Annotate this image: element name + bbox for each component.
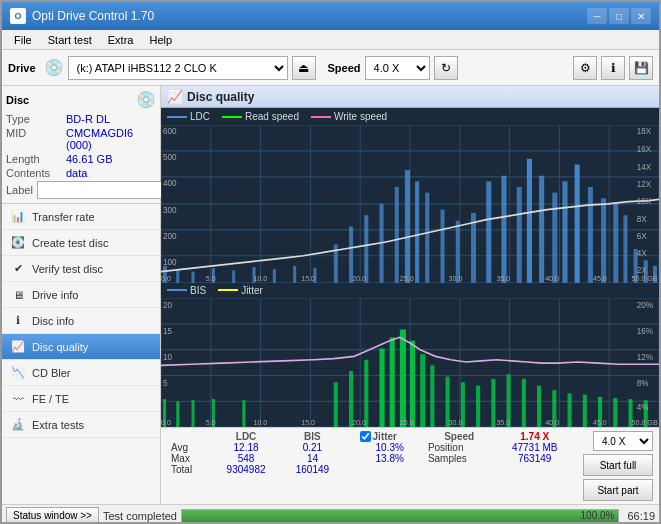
disc-refresh-icon[interactable]: 💿 bbox=[136, 90, 156, 109]
contents-value: data bbox=[66, 167, 87, 179]
legend-jitter: Jitter bbox=[218, 285, 263, 296]
svg-rect-21 bbox=[191, 272, 194, 283]
menu-file[interactable]: File bbox=[6, 32, 40, 48]
svg-rect-23 bbox=[232, 270, 235, 282]
mid-value: CMCMAGDI6 (000) bbox=[66, 127, 156, 151]
label-input[interactable] bbox=[37, 181, 181, 199]
svg-text:35.0: 35.0 bbox=[496, 273, 510, 282]
total-label: Total bbox=[167, 464, 211, 475]
extra-tests-icon: 🔬 bbox=[10, 417, 26, 433]
menu-extra[interactable]: Extra bbox=[100, 32, 142, 48]
sidebar-item-transfer-rate[interactable]: 📊 Transfer rate bbox=[2, 204, 160, 230]
svg-rect-111 bbox=[430, 365, 434, 427]
nav-list: 📊 Transfer rate 💽 Create test disc ✔ Ver… bbox=[2, 204, 160, 504]
start-full-button[interactable]: Start full bbox=[583, 454, 653, 476]
samples-label: Samples bbox=[424, 453, 495, 464]
right-panel: 📈 Disc quality LDC Read speed Write spee… bbox=[161, 86, 659, 504]
svg-rect-43 bbox=[539, 176, 544, 283]
position-value: 47731 MB bbox=[494, 442, 575, 453]
svg-rect-41 bbox=[517, 187, 522, 283]
panel-header: 📈 Disc quality bbox=[161, 86, 659, 108]
sidebar-item-disc-info[interactable]: ℹ Disc info bbox=[2, 308, 160, 334]
svg-text:15.0: 15.0 bbox=[301, 273, 315, 282]
bottom-chart-legend: BIS Jitter bbox=[161, 283, 659, 298]
charts-area: LDC Read speed Write speed bbox=[161, 108, 659, 427]
svg-rect-47 bbox=[588, 187, 593, 283]
create-disc-icon: 💽 bbox=[10, 235, 26, 251]
sidebar-item-verify-test-disc[interactable]: ✔ Verify test disc bbox=[2, 256, 160, 282]
top-chart: 600 500 400 300 200 100 18X 16X 14X 12X … bbox=[161, 125, 659, 283]
progress-text: 100.0% bbox=[581, 510, 615, 522]
svg-rect-49 bbox=[613, 204, 618, 283]
speed-select[interactable]: 4.0 X bbox=[365, 56, 430, 80]
svg-rect-100 bbox=[191, 400, 194, 427]
speed-target-select[interactable]: 4.0 X bbox=[593, 431, 653, 451]
disc-section: Disc 💿 Type BD-R DL MID CMCMAGDI6 (000) … bbox=[2, 86, 160, 204]
top-chart-legend: LDC Read speed Write speed bbox=[161, 108, 659, 125]
menu-help[interactable]: Help bbox=[141, 32, 180, 48]
drive-select[interactable]: (k:) ATAPI iHBS112 2 CLO K bbox=[68, 56, 288, 80]
svg-text:5: 5 bbox=[163, 377, 168, 387]
svg-text:200: 200 bbox=[163, 230, 177, 241]
sidebar-item-create-test-disc[interactable]: 💽 Create test disc bbox=[2, 230, 160, 256]
svg-text:300: 300 bbox=[163, 205, 177, 216]
svg-text:4X: 4X bbox=[637, 247, 647, 258]
ldc-color bbox=[167, 116, 187, 118]
minimize-button[interactable]: ─ bbox=[587, 8, 607, 24]
col-header-speed: Speed bbox=[424, 431, 495, 442]
svg-text:25.0: 25.0 bbox=[400, 417, 414, 426]
svg-text:0.0: 0.0 bbox=[161, 273, 171, 282]
config-button[interactable]: ⚙ bbox=[573, 56, 597, 80]
position-label: Position bbox=[424, 442, 495, 453]
svg-text:30.0: 30.0 bbox=[449, 417, 463, 426]
svg-rect-107 bbox=[390, 337, 395, 427]
titlebar: O Opti Drive Control 1.70 ─ □ ✕ bbox=[2, 2, 659, 30]
svg-text:8X: 8X bbox=[637, 214, 647, 225]
mid-label: MID bbox=[6, 127, 66, 151]
jitter-checkbox[interactable] bbox=[360, 431, 371, 442]
svg-text:15: 15 bbox=[163, 325, 172, 335]
svg-text:6X: 6X bbox=[637, 230, 647, 241]
sidebar-item-drive-info[interactable]: 🖥 Drive info bbox=[2, 282, 160, 308]
cd-bler-icon: 📉 bbox=[10, 365, 26, 381]
eject-button[interactable]: ⏏ bbox=[292, 56, 316, 80]
status-window-button[interactable]: Status window >> bbox=[6, 507, 99, 525]
svg-text:30.0: 30.0 bbox=[449, 273, 463, 282]
verify-disc-icon: ✔ bbox=[10, 261, 26, 277]
status-text: Test completed bbox=[103, 510, 177, 522]
close-button[interactable]: ✕ bbox=[631, 8, 651, 24]
sidebar-item-fe-te[interactable]: 〰 FE / TE bbox=[2, 386, 160, 412]
speed-label: Speed bbox=[328, 62, 361, 74]
col-header-bis: BIS bbox=[281, 431, 343, 442]
save-button[interactable]: 💾 bbox=[629, 56, 653, 80]
svg-text:40.0: 40.0 bbox=[545, 417, 559, 426]
drive-icon: 💿 bbox=[44, 58, 64, 77]
start-part-button[interactable]: Start part bbox=[583, 479, 653, 501]
length-value: 46.61 GB bbox=[66, 153, 112, 165]
svg-text:45.0: 45.0 bbox=[593, 417, 607, 426]
sidebar-item-cd-bler[interactable]: 📉 CD Bler bbox=[2, 360, 160, 386]
svg-text:35.0: 35.0 bbox=[496, 417, 510, 426]
svg-rect-110 bbox=[420, 354, 425, 427]
svg-text:12%: 12% bbox=[637, 351, 654, 361]
app-icon: O bbox=[10, 8, 26, 24]
svg-rect-48 bbox=[601, 198, 606, 283]
col-header-ldc: LDC bbox=[211, 431, 282, 442]
elapsed-time: 66:19 bbox=[627, 510, 655, 522]
label-label: Label bbox=[6, 184, 33, 196]
cd-bler-label: CD Bler bbox=[32, 367, 71, 379]
menu-start-test[interactable]: Start test bbox=[40, 32, 100, 48]
svg-rect-115 bbox=[491, 379, 495, 427]
maximize-button[interactable]: □ bbox=[609, 8, 629, 24]
svg-text:45.0: 45.0 bbox=[593, 273, 607, 282]
svg-text:20: 20 bbox=[163, 300, 172, 310]
svg-rect-108 bbox=[400, 329, 406, 427]
info-button[interactable]: ℹ bbox=[601, 56, 625, 80]
svg-rect-106 bbox=[380, 348, 385, 427]
sidebar-item-disc-quality[interactable]: 📈 Disc quality bbox=[2, 334, 160, 360]
max-label: Max bbox=[167, 453, 211, 464]
jitter-label: Jitter bbox=[241, 285, 263, 296]
sidebar-item-extra-tests[interactable]: 🔬 Extra tests bbox=[2, 412, 160, 438]
refresh-button[interactable]: ↻ bbox=[434, 56, 458, 80]
svg-text:5.0: 5.0 bbox=[206, 273, 216, 282]
